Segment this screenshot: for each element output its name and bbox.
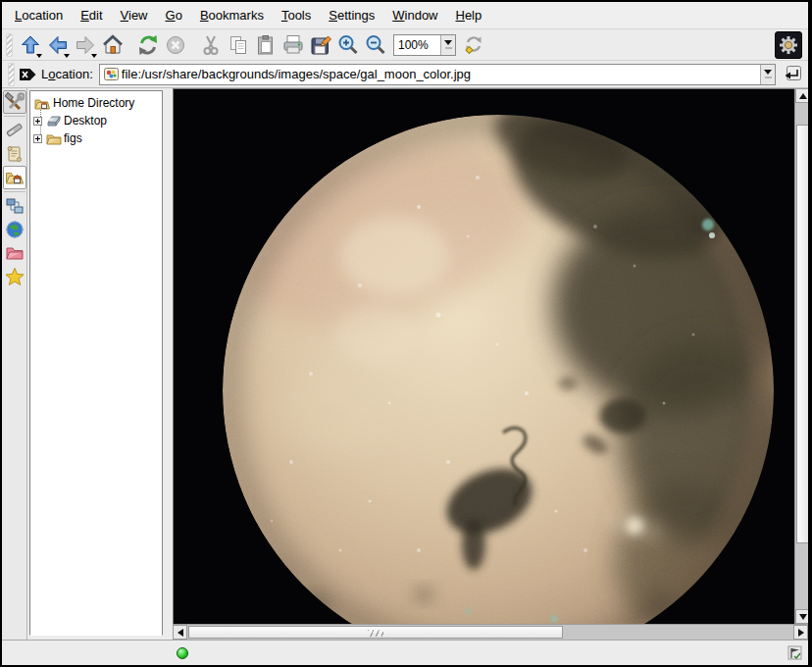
konqueror-window: Location Edit View Go Bookmarks Tools Se… [0,0,812,667]
tree-item-label[interactable]: figs [64,131,82,145]
vertical-scrollbar-track[interactable] [795,103,810,609]
zoom-out-icon [364,33,387,57]
location-combo-arrow[interactable] [760,65,775,84]
menu-location[interactable]: Location [6,4,72,26]
save-as-button[interactable] [307,31,334,59]
tree-item-label[interactable]: Home Directory [53,96,134,110]
tree-item-home-directory[interactable]: Home Directory [30,94,162,112]
horizontal-scrollbar-track[interactable] [187,625,793,640]
back-button[interactable] [44,31,72,59]
up-triangle-icon [799,93,807,99]
right-triangle-icon [798,629,804,637]
sidebar-configure-button[interactable] [3,90,26,114]
zoom-in-icon [336,33,360,57]
up-dropdown-caret[interactable] [36,54,42,58]
sidebar-history-button[interactable] [3,142,26,166]
home-button[interactable] [99,31,127,59]
devices-icon [5,121,25,140]
menu-bar: Location Edit View Go Bookmarks Tools Se… [2,2,808,29]
tree-item-figs[interactable]: figs [30,129,162,147]
panel-splitter[interactable] [163,88,173,640]
sidebar-home-folder-button[interactable] [3,166,26,189]
rotate-button[interactable] [460,31,487,59]
moon-image-view[interactable] [173,88,794,624]
back-dropdown-caret[interactable] [64,54,70,58]
menu-go[interactable]: Go [157,4,191,26]
network-icon [5,196,25,216]
kde-throbber [775,31,802,59]
menu-tools[interactable]: Tools [273,4,320,26]
up-button[interactable] [17,31,44,59]
down-triangle-icon [799,614,807,620]
reload-icon [136,33,160,57]
cut-button[interactable] [197,31,225,59]
configure-icon [5,92,25,112]
image-file-icon [104,67,119,81]
vertical-scrollbar[interactable] [794,88,810,624]
sidebar-separator [4,116,25,117]
bookmark-star-icon [5,267,25,286]
sidebar-root-folder-button[interactable] [3,241,26,265]
sidebar-network-button[interactable] [3,194,26,218]
sidebar-web-button[interactable] [3,218,26,241]
forward-button[interactable] [72,31,99,59]
globe-icon [5,220,25,239]
horizontal-scrollbar-thumb[interactable] [188,626,563,639]
location-combobox[interactable]: file:/usr/share/backgrounds/images/space… [99,64,776,85]
view-status-flag-icon[interactable] [787,645,802,660]
expand-plus-icon[interactable] [33,117,42,126]
status-bar [2,640,808,665]
paste-button[interactable] [252,31,279,59]
content-view-column [173,88,808,640]
status-led-icon [177,647,188,659]
desktop-icon [46,114,62,128]
menu-edit[interactable]: Edit [72,4,111,26]
horizontal-scrollbar[interactable] [173,624,808,640]
home-icon [101,33,125,57]
go-enter-icon [783,65,802,84]
location-label: Location: [41,67,93,81]
zoom-out-button[interactable] [362,31,389,59]
left-triangle-icon [178,629,183,637]
menu-settings[interactable]: Settings [320,4,383,26]
red-folder-icon [5,243,25,263]
sidebar-button-strip [2,88,27,640]
expand-plus-icon[interactable] [33,134,42,143]
cut-scissors-icon [199,33,223,57]
sidebar-devices-button[interactable] [3,119,26,142]
location-url[interactable]: file:/usr/share/backgrounds/images/space… [122,67,760,81]
menu-bookmarks[interactable]: Bookmarks [191,4,273,26]
copy-button[interactable] [225,31,252,59]
scroll-up-button[interactable] [795,88,810,103]
scroll-right-button[interactable] [793,625,808,640]
copy-icon [227,33,250,57]
zoom-in-button[interactable] [334,31,362,59]
print-button[interactable] [279,31,307,59]
zoom-level-combobox[interactable]: 100% [393,34,456,56]
sidebar-bookmarks-button[interactable] [3,265,26,288]
stop-icon [164,33,187,57]
tree-item-desktop[interactable]: Desktop [30,112,162,129]
rotate-icon [462,33,485,57]
stop-button[interactable] [162,31,189,59]
reload-button[interactable] [134,31,162,59]
location-toolbar-grip[interactable] [8,63,15,86]
clear-location-icon[interactable] [19,67,37,82]
toolbar-grip[interactable] [6,33,13,57]
scroll-left-button[interactable] [173,625,187,640]
forward-dropdown-caret[interactable] [91,54,97,58]
location-toolbar: Location: file:/usr/share/backgrounds/im… [2,61,808,88]
tree-item-label[interactable]: Desktop [64,114,107,128]
menu-help[interactable]: Help [447,4,491,26]
menu-view[interactable]: View [112,4,157,26]
menu-window[interactable]: Window [383,4,446,26]
vertical-scrollbar-thumb[interactable] [796,125,809,543]
scroll-down-button[interactable] [795,609,810,624]
kde-gear-icon [778,34,799,56]
folder-icon [46,132,62,145]
folder-tree-panel: Home Directory Desktop figs [29,90,163,636]
zoom-combo-arrow[interactable] [440,35,455,55]
folder-home-icon [34,96,51,111]
go-button[interactable] [781,63,804,86]
main-area: Home Directory Desktop figs [2,88,808,640]
